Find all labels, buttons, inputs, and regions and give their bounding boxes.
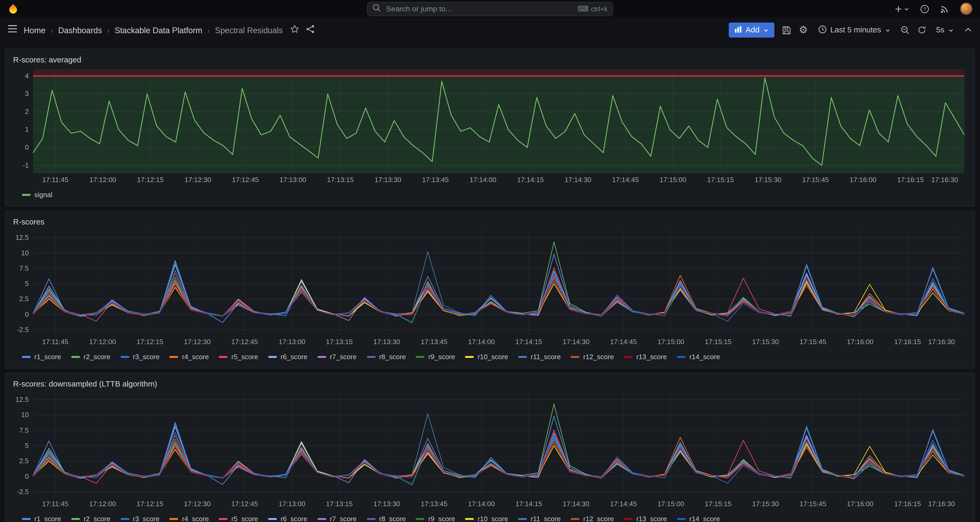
legend-item-r8_score[interactable]: r8_score [367,353,406,360]
svg-text:17:15:15: 17:15:15 [705,338,732,346]
svg-text:17:12:30: 17:12:30 [184,338,211,346]
legend-swatch [624,518,633,520]
top-nav-bar: ⌨ ctrl+k ? [0,0,980,18]
svg-text:17:16:00: 17:16:00 [850,176,877,184]
legend-item-r6_score[interactable]: r6_score [268,515,307,522]
legend-swatch [268,356,277,358]
timeseries-svg[interactable]: -10123417:11:4517:12:0017:12:1517:12:301… [11,66,969,186]
svg-text:17:12:00: 17:12:00 [89,500,116,508]
legend-item-r3_score[interactable]: r3_score [120,515,159,522]
legend-swatch [71,356,80,358]
legend-item-r9_score[interactable]: r9_score [416,515,455,522]
legend-item-r1_score[interactable]: r1_score [22,353,61,360]
svg-text:17:16:30: 17:16:30 [931,176,958,184]
breadcrumb-home[interactable]: Home [24,25,45,35]
news-icon[interactable] [940,4,950,13]
svg-text:17:16:15: 17:16:15 [894,338,921,346]
zoom-out-icon[interactable] [900,25,910,35]
refresh-interval-picker[interactable]: 5s [934,22,956,37]
help-icon[interactable]: ? [920,4,929,13]
timeseries-svg[interactable]: -2.502.557.51012.517:11:4517:12:0017:12:… [11,228,969,348]
legend-item-r4_score[interactable]: r4_score [170,515,209,522]
star-icon[interactable] [290,24,300,36]
panel-title[interactable]: R-scores [11,217,969,228]
legend-item-r8_score[interactable]: r8_score [367,515,406,522]
new-menu-button[interactable] [894,5,910,13]
chevron-up-icon[interactable] [964,26,972,34]
svg-text:17:11:45: 17:11:45 [42,176,68,184]
legend-item-signal[interactable]: signal [22,191,52,198]
grafana-logo-icon[interactable] [7,3,19,14]
legend-item-r12_score[interactable]: r12_score [571,515,614,522]
panel-legend: r1_scorer2_scorer3_scorer4_scorer5_score… [11,350,969,363]
svg-text:2.5: 2.5 [19,457,29,465]
legend-item-r10_score[interactable]: r10_score [465,515,508,522]
svg-text:17:14:15: 17:14:15 [517,176,544,184]
legend-item-r5_score[interactable]: r5_score [219,353,258,360]
svg-text:0: 0 [25,473,29,480]
svg-text:-2.5: -2.5 [17,326,29,334]
time-range-picker[interactable]: Last 5 minutes [815,22,893,37]
legend-swatch [22,518,30,520]
legend-item-r7_score[interactable]: r7_score [317,515,357,522]
dashboard-settings-gear-icon[interactable]: ⚙ [799,25,808,35]
panel-legend: r1_scorer2_scorer3_scorer4_scorer5_score… [11,512,969,522]
share-icon[interactable] [306,24,315,36]
svg-text:17:14:00: 17:14:00 [468,338,495,346]
save-dashboard-icon[interactable] [782,25,792,35]
timeseries-plot[interactable]: -10123417:11:4517:12:0017:12:1517:12:301… [11,66,969,188]
search-input[interactable] [385,4,573,14]
svg-text:17:12:00: 17:12:00 [89,176,116,184]
svg-text:12.5: 12.5 [15,396,29,404]
add-button[interactable]: Add [729,22,775,37]
svg-text:17:13:30: 17:13:30 [373,500,400,508]
legend-item-r5_score[interactable]: r5_score [219,515,258,522]
legend-item-r4_score[interactable]: r4_score [170,353,209,360]
svg-text:17:12:15: 17:12:15 [137,500,164,508]
legend-item-r12_score[interactable]: r12_score [571,353,614,360]
legend-item-r1_score[interactable]: r1_score [22,515,61,522]
legend-item-r2_score[interactable]: r2_score [71,515,110,522]
legend-item-r7_score[interactable]: r7_score [317,353,357,360]
menu-icon[interactable] [7,24,18,36]
timeseries-plot[interactable]: -2.502.557.51012.517:11:4517:12:0017:12:… [11,390,969,512]
svg-text:17:13:45: 17:13:45 [422,176,449,184]
legend-item-r9_score[interactable]: r9_score [416,353,455,360]
legend-item-r10_score[interactable]: r10_score [465,353,508,360]
breadcrumb-separator: › [51,25,53,35]
dashboard-grid: R-scores: averaged -10123417:11:4517:12:… [0,42,980,522]
legend-item-r2_score[interactable]: r2_score [71,353,110,360]
svg-text:17:13:30: 17:13:30 [375,176,401,184]
svg-text:17:13:00: 17:13:00 [280,176,306,184]
svg-text:17:15:45: 17:15:45 [799,500,826,508]
svg-text:3: 3 [25,90,29,98]
legend-swatch [120,356,129,358]
breadcrumb-current-dashboard[interactable]: Spectral Residuals [215,25,283,35]
svg-text:17:15:45: 17:15:45 [802,176,829,184]
refresh-icon[interactable] [917,26,926,34]
legend-item-r11_score[interactable]: r11_score [518,353,561,360]
legend-item-r11_score[interactable]: r11_score [518,515,561,522]
search-icon [372,3,381,14]
svg-text:17:15:00: 17:15:00 [657,500,684,508]
svg-text:17:12:15: 17:12:15 [137,176,164,184]
legend-item-r13_score[interactable]: r13_score [624,515,667,522]
legend-item-r3_score[interactable]: r3_score [120,353,159,360]
breadcrumb-folder[interactable]: Stackable Data Platform [115,25,202,35]
global-search[interactable]: ⌨ ctrl+k [367,2,613,16]
panel-title[interactable]: R-scores: averaged [11,54,969,66]
legend-item-r14_score[interactable]: r14_score [677,515,720,522]
svg-text:1: 1 [25,125,29,133]
breadcrumb-dashboards[interactable]: Dashboards [58,25,102,35]
svg-text:17:14:15: 17:14:15 [515,338,542,346]
svg-text:17:12:00: 17:12:00 [89,338,116,346]
legend-swatch [518,518,527,520]
panel-title[interactable]: R-scores: downsampled (LTTB algorithm) [11,378,969,390]
legend-item-r14_score[interactable]: r14_score [677,353,720,360]
timeseries-svg[interactable]: -2.502.557.51012.517:11:4517:12:0017:12:… [11,390,969,510]
user-avatar[interactable] [960,2,972,15]
legend-item-r13_score[interactable]: r13_score [624,353,667,360]
svg-text:4: 4 [25,72,29,80]
legend-item-r6_score[interactable]: r6_score [268,353,307,360]
timeseries-plot[interactable]: -2.502.557.51012.517:11:4517:12:0017:12:… [11,228,969,350]
